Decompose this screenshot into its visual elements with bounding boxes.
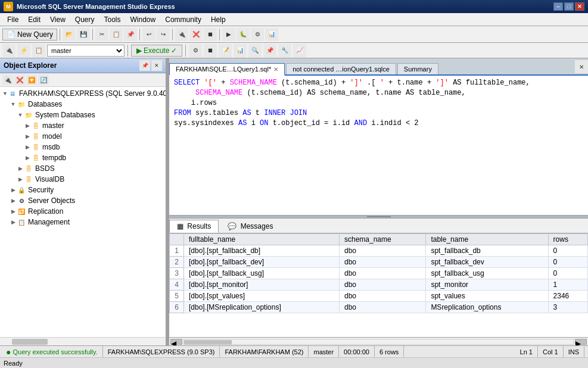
security-expander[interactable]: ▶ [10, 187, 17, 193]
oe-disconnect-btn[interactable]: ❌ [14, 74, 25, 85]
t2-btn9[interactable]: 📌 [263, 44, 276, 57]
bsds-expander[interactable]: ▶ [17, 166, 24, 171]
tree-system-databases[interactable]: ▼ 📁 System Databases [0, 110, 166, 120]
server-expander[interactable]: ▼ [2, 91, 8, 96]
menu-file[interactable]: File [2, 14, 23, 25]
disconnect-button[interactable]: ❌ [189, 28, 203, 41]
tree-db-model[interactable]: ▶ 🗄 model [0, 131, 166, 142]
menu-query[interactable]: Query [70, 14, 99, 25]
run-button[interactable]: ▶ [222, 28, 235, 41]
t2-btn10[interactable]: 🔧 [278, 44, 291, 57]
oe-scrollbar[interactable] [0, 337, 166, 345]
menu-view[interactable]: View [45, 14, 70, 25]
table-row[interactable]: 4[dbo].[spt_monitor]dbospt_monitor1 [170, 279, 588, 291]
results-tab-messages[interactable]: 💬 Messages [220, 220, 281, 233]
oe-connect-btn[interactable]: 🔌 [2, 74, 13, 85]
tree-management[interactable]: ▶ 📋 Management [0, 217, 166, 227]
status-db: master [309, 346, 339, 357]
tree-db-visualdb[interactable]: ▶ 🗄 VisualDB [0, 174, 166, 185]
results-tab-results[interactable]: ▦ Results [169, 220, 219, 233]
database-dropdown[interactable]: master model msdb tempdb BSDS VisualDB [47, 45, 125, 57]
open-button[interactable]: 📂 [63, 28, 76, 41]
cut-button[interactable]: ✂ [95, 28, 108, 41]
tab-summary[interactable]: Summary [397, 63, 438, 74]
sysdb-expander[interactable]: ▼ [17, 112, 24, 118]
tree-security[interactable]: ▶ 🔒 Security [0, 185, 166, 195]
oe-refresh-btn[interactable]: 🔄 [38, 74, 49, 85]
h-scroll-thumb[interactable] [184, 340, 232, 345]
tab-query1-label: FARKHAM\SQLE…LQuery1.sql* [176, 66, 271, 73]
t2-btn6[interactable]: 📝 [219, 44, 232, 57]
close-button[interactable]: ✕ [575, 2, 584, 11]
results-table-container[interactable]: fulltable_name schema_name table_name ro… [169, 233, 588, 337]
tree-db-tempdb[interactable]: ▶ 🗄 tempdb [0, 152, 166, 163]
t2-btn7[interactable]: 📊 [234, 44, 247, 57]
restore-button[interactable]: □ [564, 2, 574, 11]
minimize-button[interactable]: – [553, 2, 563, 11]
menu-edit[interactable]: Edit [23, 14, 45, 25]
h-scroll-left[interactable]: ◀ [170, 339, 182, 345]
t2-parse-btn[interactable]: ⚙ [189, 44, 202, 57]
master-expander[interactable]: ▶ [24, 123, 31, 129]
msdb-expander[interactable]: ▶ [24, 144, 31, 150]
table-row[interactable]: 1[dbo].[spt_fallback_db]dbospt_fallback_… [170, 245, 588, 257]
titlebar: M Microsoft SQL Server Management Studio… [0, 0, 588, 13]
redo-button[interactable]: ↪ [157, 28, 170, 41]
tab-not-connected[interactable]: not connected …ionQuery1.sqlce [286, 63, 396, 74]
t2-btn8[interactable]: 🔍 [248, 44, 262, 57]
databases-expander[interactable]: ▼ [10, 101, 17, 107]
tree-db-master[interactable]: ▶ 🗄 master [0, 120, 166, 131]
oe-pin-button[interactable]: 📌 [139, 60, 150, 71]
h-scrollbar[interactable]: ◀ ▶ [169, 337, 588, 345]
new-query-button[interactable]: 📄 New Query [2, 29, 57, 40]
oe-filter-btn[interactable]: 🔽 [26, 74, 37, 85]
connect2-button[interactable]: 🔌 [2, 44, 15, 57]
tempdb-expander[interactable]: ▶ [24, 155, 31, 161]
menu-tools[interactable]: Tools [99, 14, 126, 25]
table-row[interactable]: 2[dbo].[spt_fallback_dev]dbospt_fallback… [170, 257, 588, 268]
tab-close-button[interactable]: ✕ [575, 60, 588, 73]
server-objects-expander[interactable]: ▶ [10, 198, 17, 204]
model-expander[interactable]: ▶ [24, 133, 31, 139]
stop-button[interactable]: ⏹ [204, 28, 217, 41]
replication-expander[interactable]: ▶ [10, 208, 17, 214]
tree-db-msdb[interactable]: ▶ 🗄 msdb [0, 142, 166, 152]
undo-button[interactable]: ↩ [142, 28, 155, 41]
status-rows-text: 6 rows [379, 348, 399, 355]
tree-server-objects[interactable]: ▶ ⚙ Server Objects [0, 195, 166, 206]
tree-databases[interactable]: ▼ 📁 Databases [0, 99, 166, 110]
table-row[interactable]: 3[dbo].[spt_fallback_usg]dbospt_fallback… [170, 268, 588, 279]
debug-button[interactable]: 🐛 [237, 28, 250, 41]
paste-button[interactable]: 📌 [124, 28, 137, 41]
oe-scrollbar-thumb[interactable] [12, 339, 48, 345]
menu-window[interactable]: Window [126, 14, 161, 25]
h-scroll-right[interactable]: ▶ [575, 339, 587, 345]
menu-help[interactable]: Help [206, 14, 231, 25]
t2-btn2[interactable]: ⚡ [17, 44, 30, 57]
t2-btn11[interactable]: 📈 [293, 44, 306, 57]
table-row[interactable]: 6[dbo].[MSreplication_options]dboMSrepli… [170, 302, 588, 313]
separator3 [139, 29, 140, 40]
tab-query1[interactable]: FARKHAM\SQLE…LQuery1.sql* ✕ [169, 63, 285, 76]
t2-stop-btn[interactable]: ⏹ [204, 44, 217, 57]
toolbar-btn-extra1[interactable]: ⚙ [251, 28, 264, 41]
oe-close-button[interactable]: ✕ [151, 60, 162, 71]
table-row[interactable]: 5[dbo].[spt_values]dbospt_values2346 [170, 291, 588, 302]
tree-server[interactable]: ▼ 🖥 FARKHAM\SQLEXPRESS (SQL Server 9.0.4… [0, 88, 166, 99]
toolbar-btn-extra2[interactable]: 📊 [265, 28, 278, 41]
sql-editor[interactable]: SELECT '[' + SCHEMA_NAME (t.schema_id) +… [169, 76, 588, 216]
menu-community[interactable]: Community [160, 14, 206, 25]
save-button[interactable]: 💾 [77, 28, 90, 41]
execute-button[interactable]: ▶ Execute ✓ [131, 45, 182, 57]
ready-label: Ready [4, 360, 23, 367]
management-expander[interactable]: ▶ [10, 219, 17, 225]
tab-query1-close[interactable]: ✕ [273, 66, 278, 73]
t2-btn3[interactable]: 📋 [32, 44, 45, 57]
copy-button[interactable]: 📋 [110, 28, 123, 41]
visualdb-expander[interactable]: ▶ [17, 176, 24, 182]
oe-title: Object Explorer [4, 61, 57, 70]
tree-replication[interactable]: ▶ 🔁 Replication [0, 206, 166, 217]
h-scroll-track[interactable] [183, 339, 574, 345]
connect-button[interactable]: 🔌 [175, 28, 188, 41]
tree-db-bsds[interactable]: ▶ 🗄 BSDS [0, 163, 166, 174]
